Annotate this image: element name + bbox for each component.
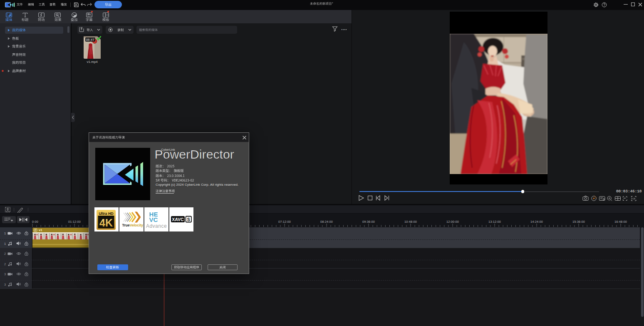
svg-text:TrueVelocity: TrueVelocity	[122, 223, 144, 227]
svg-text:VC: VC	[149, 216, 158, 223]
svg-text:Advance: Advance	[146, 223, 167, 229]
svg-text:4K: 4K	[99, 217, 113, 229]
svg-text:Ultra HD: Ultra HD	[99, 211, 113, 215]
svg-text:XAVC: XAVC	[172, 217, 184, 221]
svg-text:S: S	[187, 217, 190, 221]
